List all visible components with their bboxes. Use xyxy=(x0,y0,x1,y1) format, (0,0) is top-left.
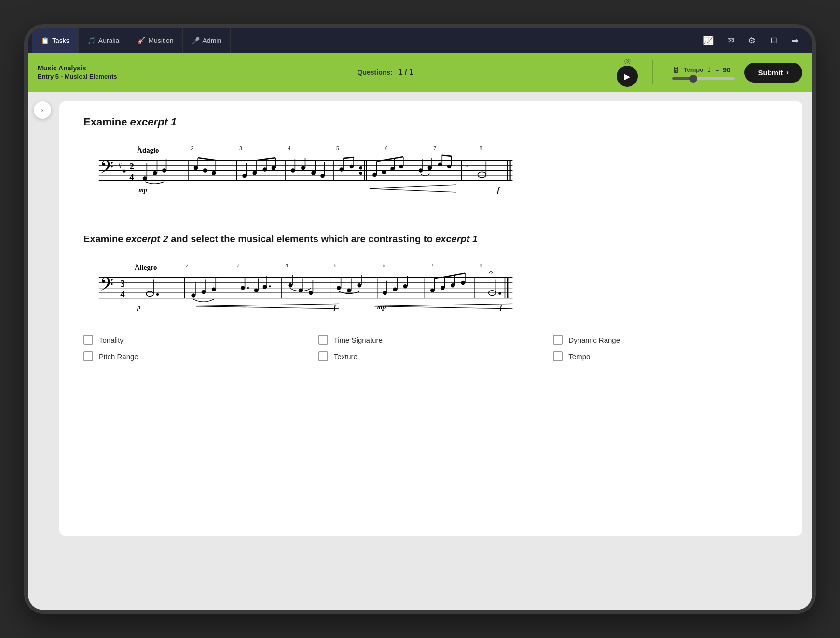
svg-text:mp: mp xyxy=(138,186,147,194)
svg-text:4: 4 xyxy=(285,263,288,268)
chart-icon[interactable]: 📈 xyxy=(701,33,716,48)
svg-point-60 xyxy=(359,172,362,175)
header-title: Music Analysis xyxy=(38,64,134,72)
metronome-icon: 🎛 xyxy=(672,66,679,74)
svg-point-139 xyxy=(337,286,341,290)
svg-line-58 xyxy=(344,157,354,158)
svg-point-20 xyxy=(143,176,147,180)
svg-text:𝄢: 𝄢 xyxy=(100,157,113,181)
submit-button[interactable]: Submit › xyxy=(744,63,802,83)
svg-point-122 xyxy=(247,287,249,289)
nav-tab-auralia[interactable]: 🎵 Auralia xyxy=(79,28,129,53)
svg-text:>: > xyxy=(466,163,469,169)
svg-point-41 xyxy=(272,166,275,170)
checkbox-time-signature[interactable]: Time Signature xyxy=(318,335,544,345)
question2-italic1: excerpt 2 xyxy=(126,234,168,244)
svg-point-151 xyxy=(403,284,407,288)
checkbox-pitch-range-box[interactable] xyxy=(83,351,93,361)
logout-icon[interactable]: ➡ xyxy=(789,33,800,48)
tempo-equals: = xyxy=(715,66,719,74)
svg-point-22 xyxy=(153,171,157,175)
svg-text:2: 2 xyxy=(191,145,193,151)
question2-title: Examine excerpt 2 and select the musical… xyxy=(83,232,778,246)
checkbox-dynamic-range-label: Dynamic Range xyxy=(568,336,620,344)
svg-line-136 xyxy=(196,304,339,306)
tempo-label: Tempo xyxy=(683,66,703,73)
svg-point-69 xyxy=(399,165,403,168)
svg-text:7: 7 xyxy=(433,145,436,151)
questions-label: Questions: xyxy=(358,69,393,76)
sidebar-toggle[interactable]: › xyxy=(34,101,51,119)
checkbox-dynamic-range[interactable]: Dynamic Range xyxy=(553,335,778,345)
gear-icon[interactable]: ⚙ xyxy=(746,33,757,48)
header-subtitle: Entry 5 - Musical Elements xyxy=(38,73,134,81)
svg-text:2: 2 xyxy=(186,263,189,268)
nav-tab-tasks-label: Tasks xyxy=(52,37,69,44)
svg-text:Allegro: Allegro xyxy=(135,264,157,272)
monitor-icon[interactable]: 🖥 xyxy=(767,34,780,48)
svg-line-137 xyxy=(196,306,339,309)
svg-point-162 xyxy=(461,281,465,285)
header-divider xyxy=(149,60,149,84)
svg-point-47 xyxy=(301,166,305,170)
svg-point-75 xyxy=(419,168,423,172)
submit-label: Submit xyxy=(758,69,783,77)
nav-tab-musition[interactable]: 🎸 Musition xyxy=(128,28,182,53)
tasks-icon: 📋 xyxy=(41,37,49,44)
svg-point-168 xyxy=(498,292,501,295)
svg-text:f: f xyxy=(500,303,503,311)
svg-text:mp: mp xyxy=(377,304,386,311)
svg-point-129 xyxy=(289,283,292,287)
excerpt1-sheet-music: 𝄢 # # 2 4 Adagio 1 2 3 4 xyxy=(83,140,778,203)
checkbox-tonality-box[interactable] xyxy=(83,335,93,345)
header-divider-2 xyxy=(652,60,653,84)
svg-point-113 xyxy=(191,293,195,297)
checkbox-texture-box[interactable] xyxy=(318,351,328,361)
svg-point-24 xyxy=(162,168,166,172)
svg-text:3: 3 xyxy=(120,278,125,289)
svg-point-120 xyxy=(241,286,245,290)
svg-text:6: 6 xyxy=(382,263,385,268)
svg-text:𝄢: 𝄢 xyxy=(100,275,113,299)
question1-italic: excerpt 1 xyxy=(130,116,177,128)
svg-text:5: 5 xyxy=(336,145,339,151)
top-nav: 📋 Tasks 🎵 Auralia 🎸 Musition 🎤 Admin 📈 ✉… xyxy=(28,28,812,53)
checkbox-tempo[interactable]: Tempo xyxy=(553,351,778,361)
svg-text:4: 4 xyxy=(129,172,134,182)
musition-icon: 🎸 xyxy=(137,37,145,44)
svg-text:8: 8 xyxy=(480,263,482,268)
nav-tab-admin[interactable]: 🎤 Admin xyxy=(183,28,231,53)
nav-tab-musition-label: Musition xyxy=(148,37,173,44)
excerpt1-svg: 𝄢 # # 2 4 Adagio 1 2 3 4 xyxy=(83,140,518,201)
checkbox-pitch-range[interactable]: Pitch Range xyxy=(83,351,309,361)
checkbox-texture[interactable]: Texture xyxy=(318,351,544,361)
play-button[interactable]: ▶ xyxy=(617,66,638,87)
excerpt2-sheet-music: 𝄢 3 4 Allegro 1 2 3 4 5 6 7 xyxy=(83,257,778,320)
checkbox-tempo-box[interactable] xyxy=(553,351,563,361)
svg-text:Adagio: Adagio xyxy=(137,146,159,154)
checkbox-time-signature-box[interactable] xyxy=(318,335,328,345)
question2-middle: and select the musical elements which ar… xyxy=(168,234,436,244)
content-area: Examine excerpt 1 𝄢 # xyxy=(28,92,812,610)
svg-point-56 xyxy=(350,165,354,168)
tempo-row: 🎛 Tempo ♩ = 90 xyxy=(672,65,735,74)
svg-point-35 xyxy=(242,174,246,178)
checkbox-tonality[interactable]: Tonality xyxy=(83,335,309,345)
svg-point-45 xyxy=(291,168,295,172)
tempo-value: 90 xyxy=(723,66,730,74)
svg-line-83 xyxy=(442,155,451,156)
checkbox-dynamic-range-box[interactable] xyxy=(553,335,563,345)
questions-count: 1 / 1 xyxy=(399,68,413,77)
svg-line-155 xyxy=(375,306,513,309)
svg-text:7: 7 xyxy=(431,263,434,268)
svg-point-39 xyxy=(263,167,267,171)
svg-point-160 xyxy=(451,283,454,287)
tempo-note: ♩ xyxy=(707,65,711,74)
device-frame: 📋 Tasks 🎵 Auralia 🎸 Musition 🎤 Admin 📈 ✉… xyxy=(24,24,816,614)
svg-point-37 xyxy=(252,171,256,175)
nav-tab-tasks[interactable]: 📋 Tasks xyxy=(32,28,79,53)
checkbox-pitch-range-label: Pitch Range xyxy=(99,352,138,361)
tempo-slider[interactable] xyxy=(672,77,735,80)
mail-icon[interactable]: ✉ xyxy=(725,33,736,48)
svg-point-133 xyxy=(309,291,313,295)
